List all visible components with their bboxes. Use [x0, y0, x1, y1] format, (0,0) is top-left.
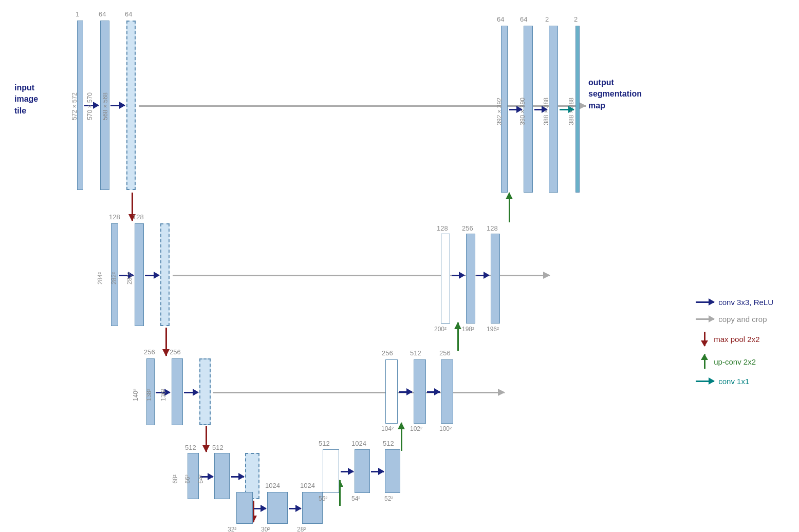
enc4-ch1-label: 512 — [185, 444, 196, 451]
upconv2-arrow — [457, 322, 459, 351]
dec2-size3: 196² — [487, 326, 499, 333]
legend-copy: copy and crop — [696, 315, 773, 324]
conv1x1-label: conv 1x1 — [718, 377, 749, 386]
bn-conv1-arrow — [254, 508, 266, 509]
enc2-size3: 280² — [126, 272, 133, 284]
maxpool-arrow-icon — [704, 332, 705, 346]
dec4-fm2 — [355, 449, 370, 493]
dec2-ch3-label: 128 — [487, 224, 498, 232]
dec2-conv1-arrow — [452, 275, 464, 276]
enc4-fm2 — [214, 453, 230, 499]
dec2-fm2 — [466, 234, 475, 324]
dec3-size3: 100² — [439, 425, 452, 432]
copy-label: copy and crop — [718, 315, 767, 324]
copy-arrow-l3 — [213, 392, 505, 393]
dec2-ch1-label: 128 — [437, 224, 448, 232]
conv1x1-arrow-icon — [696, 381, 714, 382]
enc3-conv2-arrow — [184, 392, 198, 393]
enc1-ch1-label: 1 — [76, 10, 79, 18]
copy-arrow-icon — [696, 318, 714, 320]
enc2-conv2-arrow — [145, 275, 159, 276]
enc3-size3: 136² — [160, 389, 167, 401]
bn-size3: 28² — [297, 526, 306, 532]
enc1-size1: 572 × 572 — [71, 92, 78, 120]
dec3-fm2 — [414, 359, 426, 424]
dec4-conv2-arrow — [371, 471, 384, 472]
dec3-conv1-arrow — [399, 391, 412, 393]
dec2-fm1 — [441, 234, 450, 324]
enc4-size1: 68² — [172, 474, 179, 483]
enc2-ch2-label: 128 — [133, 213, 144, 221]
bn-ch2-label: 1024 — [300, 482, 315, 489]
enc1-ch3-label: 64 — [125, 10, 132, 18]
dec4-ch2-label: 1024 — [351, 440, 366, 447]
dec2-size1: 200² — [434, 326, 447, 333]
bn-size2: 30² — [261, 526, 270, 532]
legend-upconv: up-conv 2x2 — [696, 354, 773, 369]
enc1-size2: 570 × 570 — [86, 92, 94, 120]
dec4-fm3 — [385, 449, 400, 493]
dec1-size4: 388 × 388 — [568, 98, 575, 125]
enc3-fm3 — [199, 358, 211, 425]
dec1-fm4 — [575, 26, 580, 193]
enc2-ch1-label: 128 — [109, 213, 120, 221]
dec3-fm3 — [441, 359, 453, 424]
dec3-ch3-label: 256 — [439, 349, 451, 357]
dec4-ch1-label: 512 — [319, 440, 330, 447]
enc2-fm2 — [135, 223, 144, 326]
dec1-fm3 — [549, 26, 558, 193]
maxpool3-arrow — [206, 426, 207, 452]
bn-fm1 — [236, 492, 253, 524]
enc2-fm3 — [160, 223, 170, 326]
dec4-ch3-label: 512 — [383, 440, 394, 447]
upconv3-arrow — [401, 423, 402, 451]
maxpool2-arrow — [165, 328, 167, 356]
dec4-conv1-arrow — [341, 471, 354, 472]
legend-conv1x1: conv 1x1 — [696, 377, 773, 386]
enc4-ch2-label: 512 — [212, 444, 224, 451]
bn-fm2 — [267, 492, 288, 524]
maxpool4-arrow — [253, 501, 254, 522]
legend: conv 3x3, ReLU copy and crop max pool 2x… — [696, 298, 773, 394]
bn-conv2-arrow — [289, 508, 301, 509]
dec3-conv2-arrow — [427, 391, 440, 393]
dec3-size2: 102² — [410, 425, 422, 432]
dec3-ch2-label: 512 — [410, 349, 421, 357]
dec2-ch2-label: 256 — [462, 224, 473, 232]
enc1-fm3 — [126, 21, 136, 190]
dec4-size2: 54² — [351, 495, 360, 502]
upconv-arrow-icon — [704, 354, 705, 369]
dec1-size2: 390 × 390 — [519, 98, 526, 125]
maxpool-label: max pool 2x2 — [714, 335, 759, 344]
upconv4-arrow — [339, 480, 341, 506]
enc3-size1: 140² — [132, 389, 139, 401]
dec2-conv2-arrow — [476, 275, 489, 276]
dec1-size1: 392 × 392 — [496, 98, 503, 125]
enc3-ch2-label: 256 — [170, 348, 181, 356]
bn-size1: 32² — [228, 526, 236, 532]
enc4-size3: 64² — [197, 474, 205, 483]
conv-label: conv 3x3, ReLU — [718, 298, 773, 307]
bn-ch1-label: 1024 — [265, 482, 280, 489]
output-label: outputsegmentationmap — [588, 77, 642, 111]
enc2-size2: 282² — [110, 272, 118, 284]
dec3-fm1 — [385, 359, 398, 424]
enc1-conv2-arrow — [110, 105, 125, 106]
enc3-size2: 138² — [145, 389, 153, 401]
dec3-size1: 104² — [381, 425, 394, 432]
dec1-ch3-label: 2 — [545, 15, 549, 23]
legend-conv: conv 3x3, ReLU — [696, 298, 773, 307]
enc1-size3: 568 × 568 — [102, 92, 109, 120]
dec2-fm3 — [491, 234, 500, 324]
dec2-size2: 198² — [462, 326, 474, 333]
dec1-size3: 388 × 388 — [543, 98, 550, 125]
enc2-size1: 284² — [97, 272, 104, 284]
legend-maxpool: max pool 2x2 — [696, 332, 773, 346]
upconv-label: up-conv 2x2 — [714, 357, 756, 366]
enc1-ch2-label: 64 — [99, 10, 106, 18]
enc3-ch1-label: 256 — [144, 348, 155, 356]
dec4-size3: 52² — [384, 495, 393, 502]
dec3-ch1-label: 256 — [382, 349, 393, 357]
upconv1-arrow — [509, 193, 510, 222]
enc3-fm2 — [172, 358, 183, 425]
